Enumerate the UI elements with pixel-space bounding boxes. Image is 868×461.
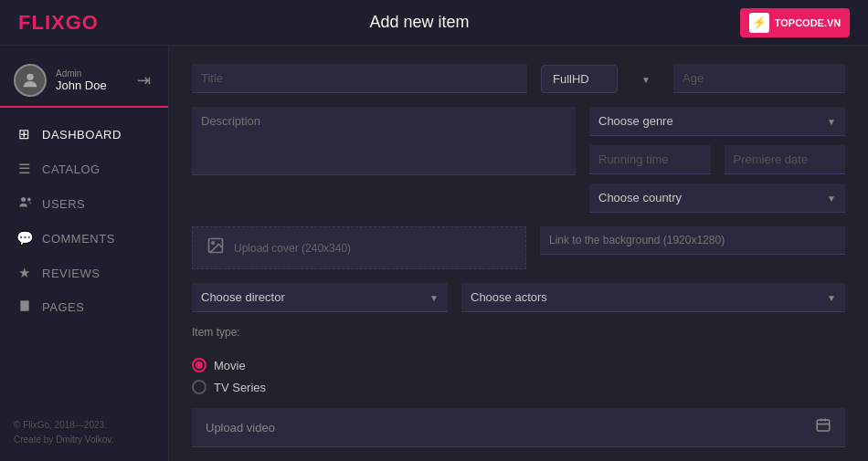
actors-select[interactable]: Choose actors (461, 283, 845, 312)
director-wrapper: Choose director (192, 283, 448, 312)
actors-wrapper: Choose actors (461, 283, 845, 312)
upload-video-row: Upload video (192, 408, 845, 447)
quality-wrapper: FullHD HD SD ▼ (541, 65, 660, 93)
radio-movie-outer (192, 358, 206, 372)
row-item-type: Item type: Movie TV Series (192, 326, 845, 394)
sidebar-label-dashboard: DASHBOARD (42, 128, 122, 141)
director-select[interactable]: Choose director (192, 283, 448, 312)
genre-right-panel: Choose genre Choose country (589, 107, 845, 213)
page-title: Add new item (369, 13, 469, 32)
svg-point-0 (26, 74, 33, 80)
running-time-input[interactable] (589, 145, 711, 174)
title-field (192, 64, 527, 93)
running-time-field (589, 145, 711, 174)
user-info: Admin John Doe (56, 68, 133, 92)
pages-icon (16, 299, 33, 315)
svg-rect-9 (817, 420, 830, 431)
upload-video-icon[interactable] (815, 417, 831, 437)
sidebar-item-dashboard[interactable]: ⊞ DASHBOARD (0, 117, 168, 152)
users-icon (16, 195, 33, 212)
row-director-actors: Choose director Choose actors (192, 283, 845, 312)
logo-suffix: GO (66, 11, 99, 34)
radio-tv-outer (192, 380, 206, 394)
sidebar-item-catalog[interactable]: ☰ CATALOG (0, 152, 168, 186)
radio-movie-inner (196, 361, 203, 369)
logout-button[interactable]: ⇥ (133, 67, 154, 94)
svg-rect-3 (20, 300, 28, 311)
genre-select[interactable]: Choose genre (589, 107, 845, 136)
brand-logo-right: ⚡ TOPCODE.VN (740, 8, 850, 37)
logo-prefix: FLIX (18, 11, 66, 34)
main-content: FullHD HD SD ▼ Choose genre (169, 46, 868, 461)
user-section: Admin John Doe ⇥ (0, 55, 168, 108)
description-input[interactable] (192, 107, 576, 175)
radio-group: Movie TV Series (192, 358, 266, 394)
brand-icon: ⚡ (749, 13, 769, 33)
background-link-field (540, 226, 845, 255)
sidebar-item-users[interactable]: USERS (0, 186, 168, 221)
upload-cover-label: Upload cover (240x340) (234, 242, 351, 255)
row-description: Choose genre Choose country (192, 107, 845, 213)
sidebar-footer: © FlixGo, 2018—2023. Create by Dmitry Vo… (0, 404, 168, 461)
sidebar-item-pages[interactable]: PAGES (0, 290, 168, 324)
catalog-icon: ☰ (16, 161, 33, 177)
sidebar-label-comments: COMMENTS (42, 232, 115, 246)
comments-icon: 💬 (16, 230, 33, 246)
country-wrapper: Choose country (589, 183, 845, 213)
header: FLIXGO Add new item ⚡ TOPCODE.VN (0, 0, 868, 46)
premiere-date-field (725, 145, 846, 174)
footer-line1: © FlixGo, 2018—2023. (14, 418, 154, 433)
row-upload: Upload cover (240x340) (192, 226, 845, 269)
dashboard-icon: ⊞ (16, 126, 33, 142)
sidebar-label-users: USERS (42, 197, 85, 211)
genre-wrapper: Choose genre (589, 107, 845, 136)
sidebar-label-catalog: CATALOG (42, 162, 101, 176)
svg-point-2 (27, 198, 31, 202)
age-input[interactable] (673, 64, 845, 93)
item-type-label: Item type: (192, 326, 240, 339)
radio-tv-label: TV Series (214, 381, 266, 394)
country-select[interactable]: Choose country (589, 183, 845, 213)
sidebar-item-reviews[interactable]: ★ REVIEWS (0, 256, 168, 290)
radio-movie[interactable]: Movie (192, 358, 266, 372)
logo: FLIXGO (18, 11, 99, 35)
upload-cover-area[interactable]: Upload cover (240x340) (192, 226, 526, 269)
footer-line2: Create by Dmitry Volkov. (14, 433, 154, 447)
age-field (673, 64, 845, 93)
sidebar-label-pages: PAGES (42, 300, 84, 314)
layout: Admin John Doe ⇥ ⊞ DASHBOARD ☰ CATALOG U… (0, 46, 868, 461)
description-field (192, 107, 576, 175)
sidebar-item-comments[interactable]: 💬 COMMENTS (0, 221, 168, 256)
quality-chevron-icon: ▼ (641, 74, 651, 84)
svg-point-8 (212, 242, 215, 245)
reviews-icon: ★ (16, 265, 33, 281)
premiere-date-input[interactable] (725, 145, 846, 174)
upload-cover-icon (206, 236, 225, 259)
sidebar-label-reviews: REVIEWS (42, 267, 100, 280)
svg-point-1 (21, 197, 26, 202)
title-input[interactable] (192, 64, 527, 93)
user-role: Admin (56, 68, 133, 79)
quality-select[interactable]: FullHD HD SD (541, 65, 618, 93)
upload-video-label: Upload video (206, 421, 275, 435)
user-name: John Doe (56, 79, 133, 92)
background-link-input[interactable] (540, 226, 845, 255)
radio-movie-label: Movie (214, 359, 246, 372)
brand-name: TOPCODE.VN (775, 17, 842, 28)
sidebar: Admin John Doe ⇥ ⊞ DASHBOARD ☰ CATALOG U… (0, 46, 169, 461)
row-title: FullHD HD SD ▼ (192, 64, 845, 93)
radio-tv-series[interactable]: TV Series (192, 380, 266, 394)
running-premiere-row (589, 145, 845, 174)
avatar (14, 64, 47, 97)
